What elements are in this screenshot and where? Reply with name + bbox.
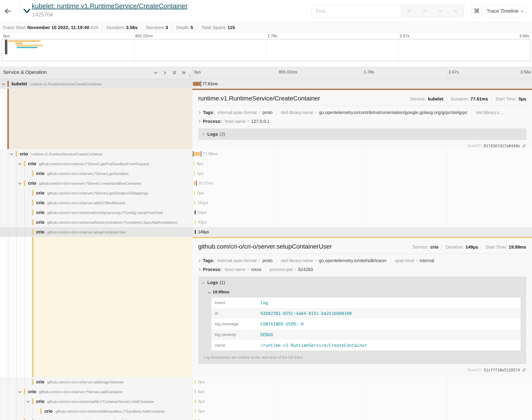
chevron-down-icon	[23, 8, 32, 14]
span-color-bar	[16, 151, 17, 157]
span-timeline-cell[interactable]: 8μs	[192, 159, 532, 168]
span-name-cell[interactable]: criogithub.com/cri-o/cri-o/server.(*Serv…	[0, 416, 192, 420]
span-name-cell[interactable]: crioruntime.v1.RuntimeService/CreateCont…	[0, 149, 192, 159]
span-row-crio-12[interactable]: criogithub.com/cri-o/cri-o/internal/lib.…	[0, 396, 532, 406]
column-resize-grip[interactable]	[189, 74, 191, 77]
view-options-button[interactable]: Trace Timeline	[485, 5, 526, 17]
span-timeline-cell[interactable]: 149μs	[192, 227, 532, 237]
span-row-crio-5[interactable]: criogithub.com/cri-o/cri-o/server.(*Serv…	[0, 188, 532, 198]
view-options-label: Trace Timeline	[487, 8, 518, 14]
span-name-cell[interactable]: criogithub.com/cri-o/cri-o/internal/lib/…	[0, 406, 192, 416]
span-timeline-cell[interactable]: 6μs	[192, 387, 532, 396]
minimap-scrubber-handle[interactable]	[5, 40, 7, 54]
chevron-down-icon	[438, 9, 443, 13]
collapse-all-button[interactable]	[172, 70, 177, 75]
span-row-crio-8[interactable]: criogithub.com/cri-o/cri-o/internal/fact…	[0, 217, 532, 227]
log-field-row: log.messageCONTAINER USER: 0	[211, 319, 521, 329]
span-name-cell[interactable]: kubeletruntime.v1.RuntimeService/CreateC…	[0, 79, 192, 89]
collapse-one-button[interactable]	[153, 70, 159, 75]
span-row-crio-6[interactable]: criogithub.com/cri-o/cri-o/server.addOCI…	[0, 198, 532, 208]
back-button[interactable]	[4, 6, 16, 16]
span-name-cell[interactable]: criogithub.com/cri-o/cri-o/server.(*Serv…	[0, 387, 192, 396]
span-timeline-cell[interactable]: 0μs	[192, 188, 532, 198]
logs-row[interactable]: Logs (1)	[202, 280, 522, 285]
span-name-cell[interactable]: criogithub.com/cri-o/cri-o/server.(*Serv…	[0, 178, 192, 188]
tags-row[interactable]: Tags: internal.span.format=protootel.lib…	[198, 108, 526, 117]
span-timeline-cell[interactable]: 77.08ms	[192, 149, 532, 159]
span-color-bar	[24, 389, 25, 394]
span-timeline-cell[interactable]: 24μs	[192, 208, 532, 217]
timeline-header: 0μs891.02ms1.78s2.67s3.56s	[192, 67, 532, 79]
trace-title-expander[interactable]	[23, 7, 32, 15]
tag-kv: otel.library.name=go.opentelemetry.io/ot…	[277, 258, 391, 263]
span-name-cell[interactable]: criogithub.com/cri-o/cri-o/internal/lib.…	[0, 396, 192, 406]
tick-label: 0μs	[3, 34, 10, 38]
span-duration-label: 0μs	[198, 380, 204, 384]
expand-all-button[interactable]	[181, 70, 187, 75]
span-row-kubelet-0[interactable]: kubeletruntime.v1.RuntimeService/CreateC…	[0, 79, 532, 89]
span-name-cell[interactable]: criogithub.com/cri-o/cri-o/server.setupC…	[0, 227, 192, 237]
link-icon[interactable]	[522, 144, 526, 148]
span-row-crio-14[interactable]: criogithub.com/cri-o/cri-o/server.(*Serv…	[0, 416, 532, 420]
span-timeline-cell[interactable]: 20.17ms	[192, 178, 532, 188]
find-controls	[401, 5, 464, 17]
span-timeline-cell[interactable]: 3μs	[192, 396, 532, 406]
span-duration-bar	[195, 220, 196, 224]
span-row-crio-4[interactable]: criogithub.com/cri-o/cri-o/server.(*Serv…	[0, 178, 532, 188]
chevron-right-icon	[198, 268, 201, 271]
span-timeline-cell[interactable]: 0μs	[192, 377, 532, 387]
service-operation-title: Service & Operation	[3, 69, 47, 75]
span-timeline-cell[interactable]: 0μs	[192, 416, 532, 420]
tag-kv: host.name=127.0.0.1	[225, 119, 274, 124]
span-name-cell[interactable]: criogithub.com/cri-o/cri-o/internal/conf…	[0, 208, 192, 217]
log-entry-header[interactable]: 19.99ms	[208, 290, 522, 295]
link-icon[interactable]	[522, 368, 526, 372]
keyboard-shortcuts-button[interactable]: ⌘	[471, 5, 482, 17]
span-row-crio-9[interactable]: criogithub.com/cri-o/cri-o/server.setupC…	[0, 227, 532, 237]
process-row[interactable]: Process: host.name=nixosprocess.pid=6242…	[198, 265, 526, 274]
find-input[interactable]	[311, 5, 401, 17]
span-row-crio-11[interactable]: criogithub.com/cri-o/cri-o/server.(*Serv…	[0, 387, 532, 396]
find-prev-button[interactable]	[418, 5, 431, 17]
logs-row[interactable]: Logs (2)	[198, 128, 526, 140]
trace-minimap[interactable]	[2, 39, 531, 61]
locate-icon[interactable]	[403, 5, 415, 17]
span-name-cell[interactable]: criogithub.com/cri-o/cri-o/server.addOCI…	[0, 198, 192, 208]
span-timeline-cell[interactable]: 77.61ms	[192, 79, 532, 89]
span-row-crio-10[interactable]: criogithub.com/cri-o/cri-o/server.addIma…	[0, 377, 532, 387]
span-row-crio-1[interactable]: crioruntime.v1.RuntimeService/CreateCont…	[0, 149, 532, 159]
top-bar: kubelet: runtime.v1.RuntimeService/Creat…	[0, 0, 532, 22]
expand-one-button[interactable]	[163, 70, 168, 75]
span-name-cell[interactable]: criogithub.com/cri-o/cri-o/server.(*Serv…	[0, 168, 192, 178]
tag-kv: internal.span.format=proto	[218, 110, 277, 115]
double-chevron-down-icon	[172, 71, 177, 75]
find-next-button[interactable]	[434, 5, 447, 17]
find-clear-icon[interactable]	[450, 5, 462, 17]
process-row[interactable]: Process: host.name=127.0.0.1	[198, 117, 526, 126]
span-duration-bar	[194, 201, 195, 205]
span-duration-label: 1μs	[197, 171, 203, 176]
span-timeline-cell[interactable]: 43μs	[192, 217, 532, 227]
span-timeline-cell[interactable]: 151μs	[192, 198, 532, 208]
span-row-crio-3[interactable]: criogithub.com/cri-o/cri-o/server.(*Serv…	[0, 168, 532, 178]
span-color-stripe	[7, 89, 9, 149]
span-name-cell[interactable]: criogithub.com/cri-o/cri-o/server.(*Serv…	[0, 159, 192, 168]
log-field-row: eventlog	[211, 297, 521, 308]
span-duration-label: 6μs	[198, 390, 204, 394]
span-row-crio-7[interactable]: criogithub.com/cri-o/cri-o/internal/conf…	[0, 208, 532, 217]
detail-span-title: github.com/cri-o/cri-o/server.setupConta…	[198, 243, 332, 250]
span-duration-bar	[195, 390, 196, 394]
span-duration-bar	[195, 419, 196, 420]
span-timeline-cell[interactable]: 1μs	[192, 168, 532, 178]
tags-row[interactable]: Tags: internal.span.format=protootel.lib…	[198, 256, 526, 265]
span-name-cell[interactable]: criogithub.com/cri-o/cri-o/server.(*Serv…	[0, 188, 192, 198]
span-duration-label: 77.61ms	[203, 82, 218, 86]
chevron-down-icon	[153, 71, 159, 75]
command-icon: ⌘	[474, 8, 480, 15]
span-row-crio-13[interactable]: criogithub.com/cri-o/cri-o/internal/lib/…	[0, 406, 532, 416]
trace-title-link[interactable]: kubelet: runtime.v1.RuntimeService/Creat…	[32, 2, 188, 10]
span-timeline-cell[interactable]: 0μs	[192, 406, 532, 416]
span-name-cell[interactable]: criogithub.com/cri-o/cri-o/server.addIma…	[0, 377, 192, 387]
span-row-crio-2[interactable]: criogithub.com/cri-o/cri-o/server.(*Serv…	[0, 159, 532, 168]
span-name-cell[interactable]: criogithub.com/cri-o/cri-o/internal/fact…	[0, 217, 192, 227]
